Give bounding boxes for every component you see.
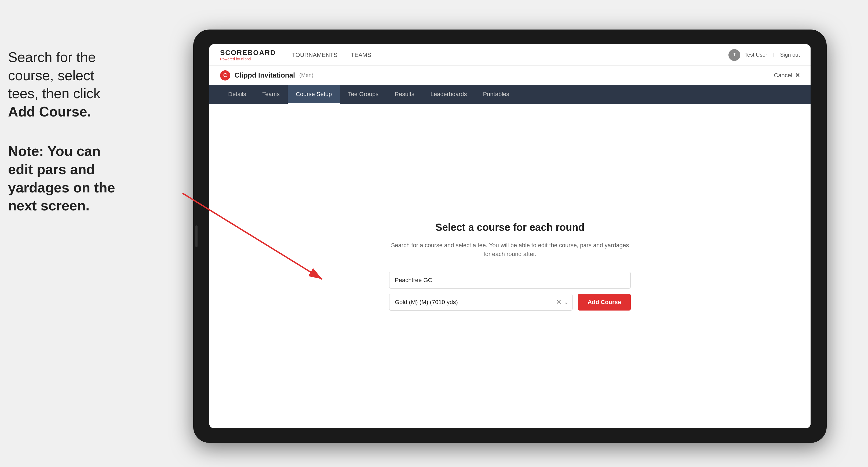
card-title: Select a course for each round <box>389 222 631 233</box>
tee-value: Gold (M) (M) (7010 yds) <box>395 299 458 306</box>
annotation-line1: Search for the <box>8 48 175 67</box>
card-subtitle: Search for a course and select a tee. Yo… <box>389 241 631 258</box>
annotation-block: Search for the course, select tees, then… <box>8 48 175 215</box>
sub-nav: Details Teams Course Setup Tee Groups Re… <box>209 85 811 104</box>
tournament-header: C Clippd Invitational (Men) Cancel ✕ <box>209 66 811 85</box>
pipe: | <box>773 53 774 57</box>
tab-results[interactable]: Results <box>386 85 422 104</box>
logo-sub: Powered by clippd <box>220 57 276 61</box>
top-nav: SCOREBOARD Powered by clippd TOURNAMENTS… <box>209 44 811 66</box>
tab-details[interactable]: Details <box>220 85 254 104</box>
tab-leaderboards[interactable]: Leaderboards <box>423 85 475 104</box>
tournament-name: Clippd Invitational <box>235 71 295 80</box>
course-search-input[interactable] <box>389 272 631 288</box>
sign-out-link[interactable]: Sign out <box>780 52 800 58</box>
cancel-button[interactable]: Cancel ✕ <box>774 72 800 79</box>
content-card: Select a course for each round Search fo… <box>389 222 631 311</box>
annotation-line2: course, select <box>8 67 175 85</box>
tab-printables[interactable]: Printables <box>475 85 517 104</box>
user-avatar: T <box>728 49 740 61</box>
annotation-bold: Add Course. <box>8 103 175 121</box>
tablet-side-button <box>195 225 197 247</box>
annotation-line3: tees, then click <box>8 85 175 103</box>
tournament-badge: (Men) <box>299 72 313 79</box>
nav-links: TOURNAMENTS TEAMS <box>292 52 728 59</box>
nav-teams[interactable]: TEAMS <box>351 52 371 59</box>
nav-tournaments[interactable]: TOURNAMENTS <box>292 52 338 59</box>
annotation-note: Note: You can edit pars and yardages on … <box>8 142 175 215</box>
user-area: T Test User | Sign out <box>728 49 800 61</box>
tab-tee-groups[interactable]: Tee Groups <box>340 85 387 104</box>
tee-select[interactable]: Gold (M) (M) (7010 yds) <box>389 294 572 311</box>
main-content: Select a course for each round Search fo… <box>209 104 811 428</box>
logo-area: SCOREBOARD Powered by clippd <box>220 49 276 61</box>
tournament-title-area: C Clippd Invitational (Men) <box>220 70 313 81</box>
tablet-frame: SCOREBOARD Powered by clippd TOURNAMENTS… <box>193 30 827 443</box>
add-course-button[interactable]: Add Course <box>578 294 631 311</box>
tee-clear-icon[interactable]: ✕ <box>556 298 562 306</box>
tee-row: Gold (M) (M) (7010 yds) ✕ ⌄ Add Course <box>389 294 631 311</box>
user-name: Test User <box>745 52 767 58</box>
tablet-screen: SCOREBOARD Powered by clippd TOURNAMENTS… <box>209 44 811 428</box>
tee-select-wrapper: Gold (M) (M) (7010 yds) ✕ ⌄ <box>389 294 572 311</box>
tee-arrow-icon[interactable]: ⌄ <box>564 299 569 306</box>
tournament-icon: C <box>220 70 230 81</box>
tab-course-setup[interactable]: Course Setup <box>288 85 340 104</box>
logo-text: SCOREBOARD <box>220 49 276 57</box>
tab-teams[interactable]: Teams <box>254 85 288 104</box>
